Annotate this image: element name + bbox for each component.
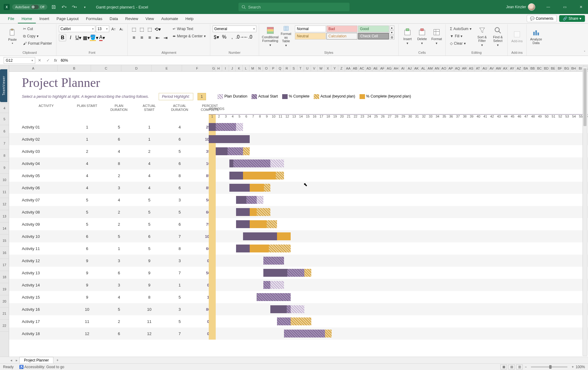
number-format-combo[interactable]: General▾	[213, 26, 256, 32]
user-account[interactable]: Jean Kinzler	[506, 3, 539, 11]
font-color-icon[interactable]: A▾	[98, 34, 106, 41]
fx-icon[interactable]: fx	[52, 58, 59, 63]
merge-center-button[interactable]: ⬌ Merge & Center ▾	[171, 33, 208, 39]
share-button[interactable]: 🔗 Share ▾	[559, 15, 585, 22]
tab-file[interactable]: File	[4, 15, 18, 23]
underline-icon[interactable]: U▾	[75, 34, 82, 41]
indent-dec-icon[interactable]: ⇤	[154, 34, 161, 41]
style-gallery-down[interactable]: ▾	[390, 30, 394, 35]
italic-icon[interactable]: I	[67, 34, 74, 41]
close-button[interactable]: ✕	[574, 0, 588, 14]
tab-data[interactable]: Data	[106, 15, 121, 23]
vertical-scrollbar[interactable]	[583, 66, 587, 356]
redo-icon[interactable]: ↷▾	[70, 3, 78, 11]
group-label-addins: Add-ins	[511, 50, 522, 55]
font-name-combo[interactable]: Calibri▾	[59, 26, 95, 32]
fill-button[interactable]: ▼ Fill ▾	[448, 33, 473, 39]
insert-cells-button[interactable]: Insert▾	[401, 26, 414, 47]
view-normal-icon[interactable]: ▦	[500, 365, 507, 369]
undo-icon[interactable]: ↶▾	[60, 3, 68, 11]
analyze-data-button[interactable]: Analyze Data	[529, 26, 543, 47]
align-center-icon[interactable]: ≡	[138, 34, 145, 41]
collapse-ribbon-icon[interactable]: ˅	[584, 50, 586, 54]
delete-cells-button[interactable]: Delete▾	[416, 26, 428, 47]
sort-filter-button[interactable]: Sort & Filter▾	[475, 26, 489, 47]
percent-icon[interactable]: %	[221, 33, 228, 41]
orientation-icon[interactable]: ⟲▾	[154, 26, 161, 33]
svg-rect-5	[267, 27, 273, 29]
align-left-icon[interactable]: ≡	[130, 34, 137, 41]
align-bottom-icon[interactable]: ⬚	[146, 26, 153, 33]
find-select-button[interactable]: Find & Select▾	[491, 26, 505, 47]
svg-rect-8	[284, 26, 288, 30]
comments-button[interactable]: 💬 Comments	[527, 15, 557, 22]
tab-review[interactable]: Review	[122, 15, 142, 23]
view-pagebreak-icon[interactable]: ▥	[516, 365, 523, 369]
status-bar: Ready ♿ Accessibility: Good to go ▦ ▤ ▥ …	[0, 363, 588, 370]
style-gallery-up[interactable]: ▴	[390, 26, 394, 30]
addins-button[interactable]: Add-ins	[510, 26, 524, 47]
cut-button[interactable]: ✂ Cut	[21, 26, 54, 32]
comma-icon[interactable]: ,	[228, 33, 236, 41]
copy-button[interactable]: ⧉ Copy ▾	[21, 33, 54, 39]
cell-styles-gallery[interactable]: Normal Bad Good Neutral Calculation Chec…	[295, 26, 389, 39]
name-box[interactable]: G12▾	[4, 57, 35, 64]
bold-icon[interactable]: B	[59, 34, 66, 41]
teamviewer-tab[interactable]: TeamViewer	[0, 69, 7, 102]
row-headers[interactable]: 2345678910111213141516171819202122	[0, 72, 9, 357]
column-headers[interactable]: ABCDEFGHIJKLMNOPQRSTUVWXYZAAABACADAEAFAG…	[0, 65, 588, 72]
indent-inc-icon[interactable]: ⇥	[162, 34, 169, 41]
spreadsheet-grid[interactable]: ABCDEFGHIJKLMNOPQRSTUVWXYZAAABACADAEAFAG…	[0, 65, 588, 357]
add-sheet-button[interactable]: +	[53, 357, 62, 363]
qat-more-icon[interactable]: ▾	[81, 3, 89, 11]
sheet-nav-next[interactable]: ▸	[14, 358, 19, 362]
dec-decimal-icon[interactable]: ←.0	[244, 33, 252, 41]
maximize-button[interactable]: ▭	[558, 0, 572, 14]
tab-formulas[interactable]: Formulas	[82, 15, 106, 23]
zoom-level[interactable]: 100%	[576, 365, 585, 369]
tab-help[interactable]: Help	[182, 15, 197, 23]
enter-formula-icon[interactable]: ✓	[46, 58, 50, 63]
sheet-nav-prev[interactable]: ◂	[8, 358, 14, 362]
minimize-button[interactable]: —	[541, 0, 555, 14]
svg-line-19	[498, 31, 501, 33]
border-icon[interactable]: ▦▾	[83, 34, 90, 41]
zoom-out-button[interactable]: −	[525, 365, 527, 369]
decrease-font-icon[interactable]: A↓	[118, 26, 125, 33]
tab-home[interactable]: Home	[18, 15, 36, 23]
zoom-slider[interactable]	[531, 366, 567, 368]
format-as-table-button[interactable]: Format as Table▾	[279, 26, 293, 47]
view-pagelayout-icon[interactable]: ▤	[508, 365, 515, 369]
cursor-icon: ⬉	[303, 182, 307, 187]
increase-font-icon[interactable]: A↑	[110, 26, 117, 33]
style-gallery-more[interactable]: ⊟	[390, 35, 394, 39]
inc-decimal-icon[interactable]: .0→	[236, 33, 244, 41]
format-painter-button[interactable]: 🖌 Format Painter	[21, 40, 54, 47]
sheet-tab-active[interactable]: Project Planner	[19, 357, 53, 363]
formula-input[interactable]	[59, 57, 588, 64]
cancel-formula-icon[interactable]: ✕	[38, 58, 41, 63]
conditional-formatting-button[interactable]: Conditional Formatting▾	[263, 26, 277, 47]
format-cells-button[interactable]: Format▾	[430, 26, 443, 47]
status-accessibility[interactable]: ♿ Accessibility: Good to go	[19, 365, 64, 369]
align-top-icon[interactable]: ⬚	[130, 26, 137, 33]
tab-view[interactable]: View	[142, 15, 157, 23]
fill-color-icon[interactable]: 🪣▾	[90, 34, 98, 41]
font-size-combo[interactable]: 13▾	[96, 26, 109, 32]
tab-pagelayout[interactable]: Page Layout	[53, 15, 82, 23]
clear-button[interactable]: ◇ Clear ▾	[448, 40, 473, 47]
save-icon[interactable]	[50, 3, 58, 11]
wrap-text-button[interactable]: ↵ Wrap Text	[171, 26, 208, 32]
autosave-toggle[interactable]: AutoSave Off	[12, 4, 47, 10]
svg-rect-6	[267, 29, 273, 31]
align-right-icon[interactable]: ≡	[146, 34, 153, 41]
autosum-button[interactable]: Σ AutoSum ▾	[448, 26, 473, 32]
tab-automate[interactable]: Automate	[157, 15, 182, 23]
tab-insert[interactable]: Insert	[36, 15, 53, 23]
paste-button[interactable]: Paste▾	[5, 26, 19, 47]
search-input[interactable]: Search	[238, 3, 350, 11]
group-label-editing: Editing	[471, 50, 482, 55]
zoom-in-button[interactable]: +	[572, 365, 574, 369]
currency-icon[interactable]: $▾	[213, 33, 220, 41]
align-middle-icon[interactable]: ⬚	[138, 26, 145, 33]
